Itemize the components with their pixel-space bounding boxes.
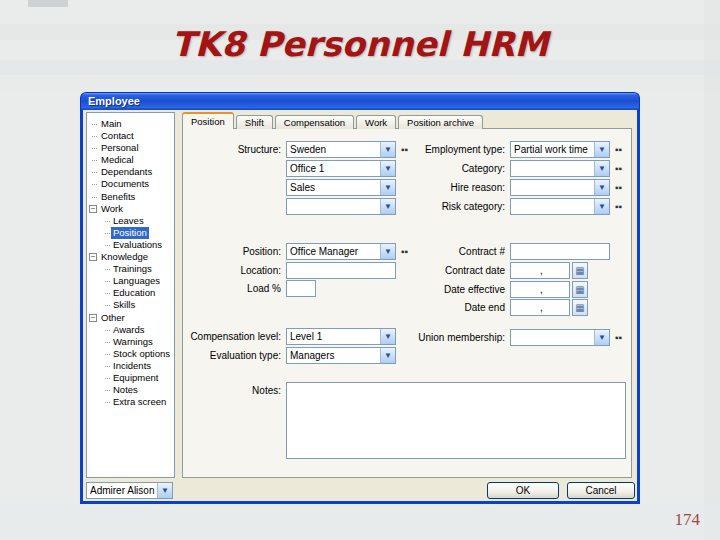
chevron-down-icon[interactable]: ▼ <box>380 348 395 363</box>
risk-category-combo[interactable]: ▼ <box>510 198 610 215</box>
union-membership-label: Union membership: <box>393 332 510 343</box>
tab-shift[interactable]: Shift <box>236 115 273 129</box>
collapse-icon[interactable]: − <box>89 205 97 213</box>
position-label: Position: <box>183 246 286 257</box>
combo-value: Sales <box>287 182 380 193</box>
tree-item-extra-screen[interactable]: Extra screen <box>87 396 174 408</box>
tree-item-trainings[interactable]: Trainings <box>87 263 174 275</box>
date-effective-input[interactable]: , <box>510 281 570 298</box>
structure-combo-1[interactable]: Sweden ▼ <box>286 141 396 158</box>
collapse-icon[interactable]: − <box>89 253 97 261</box>
contract-number-label: Contract # <box>393 246 510 257</box>
tree-item-contact[interactable]: Contact <box>87 130 174 142</box>
load-row: Load % <box>183 280 316 297</box>
load-label: Load % <box>183 283 286 294</box>
category-row: Category: ▼ ▪▪ <box>393 160 622 177</box>
structure-row-3: Sales ▼ <box>286 179 396 196</box>
tree-item-label: Medical <box>99 154 136 166</box>
tree-item-dependants[interactable]: Dependants <box>87 166 174 178</box>
tree-item-skills[interactable]: Skills <box>87 299 174 311</box>
tree-item-leaves[interactable]: Leaves <box>87 215 174 227</box>
edit-list-button[interactable]: ▪▪ <box>615 147 622 153</box>
chevron-down-icon[interactable]: ▼ <box>594 330 609 345</box>
tree-item-evaluations[interactable]: Evaluations <box>87 239 174 251</box>
contract-number-input[interactable] <box>510 243 610 260</box>
employee-selector-combo[interactable]: Admirer Alison ▼ <box>86 482 173 499</box>
tree-item-education[interactable]: Education <box>87 287 174 299</box>
structure-row-2: Office 1 ▼ <box>286 160 396 177</box>
evaluation-type-combo[interactable]: Managers ▼ <box>286 347 396 364</box>
location-input[interactable] <box>286 262 396 279</box>
category-combo[interactable]: ▼ <box>510 160 610 177</box>
cancel-button[interactable]: Cancel <box>567 482 635 499</box>
tree-item-personal[interactable]: Personal <box>87 142 174 154</box>
compensation-level-combo[interactable]: Level 1 ▼ <box>286 328 396 345</box>
slide-title: TK8 Personnel HRM <box>0 24 720 64</box>
tab-position[interactable]: Position <box>182 112 234 129</box>
background-bottom-band <box>0 505 720 540</box>
tree-item-work[interactable]: −Work <box>87 203 174 215</box>
contract-date-input[interactable]: , <box>510 262 570 279</box>
calendar-icon[interactable]: ▦ <box>572 281 588 298</box>
tree-item-awards[interactable]: Awards <box>87 324 174 336</box>
structure-combo-2[interactable]: Office 1 ▼ <box>286 160 396 177</box>
position-combo[interactable]: Office Manager ▼ <box>286 243 396 260</box>
tree-item-documents[interactable]: Documents <box>87 178 174 190</box>
structure-combo-3[interactable]: Sales ▼ <box>286 179 396 196</box>
ok-button[interactable]: OK <box>487 482 559 499</box>
combo-value: Sweden <box>287 144 380 155</box>
calendar-icon[interactable]: ▦ <box>572 262 588 279</box>
tree-item-knowledge[interactable]: −Knowledge <box>87 251 174 263</box>
tree-item-main[interactable]: Main <box>87 118 174 130</box>
tab-work[interactable]: Work <box>356 115 396 129</box>
tree-item-label: Main <box>99 118 124 130</box>
chevron-down-icon[interactable]: ▼ <box>594 161 609 176</box>
employment-type-row: Employment type: Partial work time ▼ ▪▪ <box>393 141 622 158</box>
hire-reason-combo[interactable]: ▼ <box>510 179 610 196</box>
tree-item-stock-options[interactable]: Stock options <box>87 348 174 360</box>
background-row-band <box>0 74 720 90</box>
dialog-titlebar[interactable]: Employee <box>80 92 640 110</box>
compensation-level-label: Compensation level: <box>183 331 286 342</box>
calendar-icon[interactable]: ▦ <box>572 299 588 316</box>
employee-selector-row: Admirer Alison ▼ <box>86 482 173 499</box>
location-row: Location: <box>183 262 396 279</box>
chevron-down-icon[interactable]: ▼ <box>594 199 609 214</box>
structure-combo-4[interactable]: ▼ <box>286 198 396 215</box>
tree-item-label: Extra screen <box>111 396 168 408</box>
location-label: Location: <box>183 265 286 276</box>
chevron-down-icon[interactable]: ▼ <box>594 142 609 157</box>
tree-item-languages[interactable]: Languages <box>87 275 174 287</box>
tab-position-archive[interactable]: Position archive <box>398 115 483 129</box>
tree-item-notes[interactable]: Notes <box>87 384 174 396</box>
page-number: 174 <box>675 510 701 530</box>
input-value: , <box>540 265 543 276</box>
tree-item-equipment[interactable]: Equipment <box>87 372 174 384</box>
background-smudge <box>28 0 68 7</box>
tree-item-position[interactable]: Position <box>87 227 174 239</box>
tree-item-warnings[interactable]: Warnings <box>87 336 174 348</box>
tree-item-medical[interactable]: Medical <box>87 154 174 166</box>
chevron-down-icon[interactable]: ▼ <box>594 180 609 195</box>
tree-item-label: Leaves <box>111 215 146 227</box>
evaluation-type-row: Evaluation type: Managers ▼ <box>183 347 396 364</box>
edit-list-button[interactable]: ▪▪ <box>615 204 622 210</box>
edit-list-button[interactable]: ▪▪ <box>615 335 622 341</box>
edit-list-button[interactable]: ▪▪ <box>615 166 622 172</box>
collapse-icon[interactable]: − <box>89 314 97 322</box>
load-input[interactable] <box>286 280 316 297</box>
date-end-row: Date end , ▦ <box>393 299 588 316</box>
tree-item-benefits[interactable]: Benefits <box>87 191 174 203</box>
tree-item-other[interactable]: −Other <box>87 312 174 324</box>
tab-compensation[interactable]: Compensation <box>275 115 354 129</box>
edit-list-button[interactable]: ▪▪ <box>615 185 622 191</box>
chevron-down-icon[interactable]: ▼ <box>157 483 172 498</box>
union-membership-combo[interactable]: ▼ <box>510 329 610 346</box>
date-end-input[interactable]: , <box>510 299 570 316</box>
tree-item-incidents[interactable]: Incidents <box>87 360 174 372</box>
tree-item-label: Equipment <box>111 372 160 384</box>
category-label: Category: <box>393 163 510 174</box>
combo-value: Office 1 <box>287 163 380 174</box>
employment-type-combo[interactable]: Partial work time ▼ <box>510 141 610 158</box>
notes-textarea[interactable] <box>286 382 626 459</box>
